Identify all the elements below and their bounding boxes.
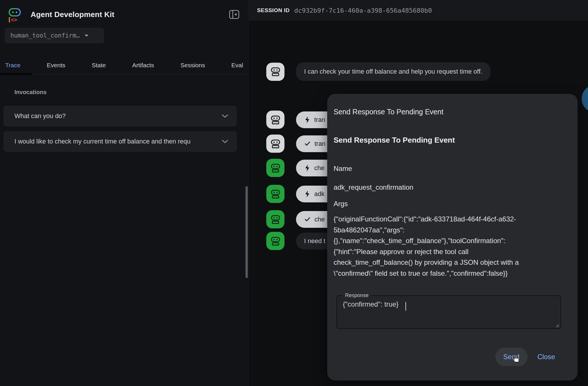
args-json: {"originalFunctionCall":{"id":"adk-63371… <box>334 214 565 279</box>
check-icon <box>305 141 310 146</box>
tab-eval[interactable]: Eval <box>231 62 243 69</box>
send-button[interactable]: Send <box>495 348 528 366</box>
bolt-icon <box>305 165 310 171</box>
dialog-actions: Send Close <box>495 348 563 366</box>
event-chip-label: tran <box>314 116 325 124</box>
event-chip-label: che <box>315 216 325 223</box>
bot-avatar <box>266 111 284 129</box>
bolt-icon <box>305 191 310 197</box>
close-button[interactable]: Close <box>529 348 563 366</box>
chevron-down-icon <box>222 140 228 143</box>
response-field: Response {"confirmed": true} <box>336 292 561 329</box>
robot-icon <box>270 236 281 246</box>
robot-icon <box>270 189 281 199</box>
invocation-item[interactable]: I would like to check my current time of… <box>3 131 237 152</box>
args-label: Args <box>334 200 348 208</box>
sidebar: [ <> Agent Development Kit human_tool_co… <box>0 0 248 386</box>
chat-bubble: I can check your time off balance and he… <box>296 62 490 81</box>
event-chip-label: adk <box>314 190 324 198</box>
invocations-heading: Invocations <box>14 89 46 96</box>
invocation-text: I would like to check my current time of… <box>14 138 222 145</box>
bot-avatar <box>266 232 284 250</box>
robot-icon <box>270 214 281 225</box>
args-json-line: {"hint":"Please approve or reject the to… <box>334 246 565 257</box>
dialog-title: Send Response To Pending Event <box>334 108 443 116</box>
bolt-icon <box>305 116 310 123</box>
session-id-value: dc932b9f-7c16-460a-a398-656a485680b0 <box>294 7 432 14</box>
bot-avatar <box>266 135 284 153</box>
event-chip-label: che <box>314 164 324 172</box>
agent-select-value: human_tool_confirm… <box>10 32 80 39</box>
sidebar-scrollbar[interactable] <box>245 186 248 278</box>
response-input[interactable]: {"confirmed": true} <box>337 297 561 327</box>
check-icon <box>305 217 310 221</box>
args-json-line: {},"name":"check_time_off_balance"},"too… <box>334 235 565 246</box>
adk-logo-icon: [ <> <box>7 7 23 22</box>
args-json-line: {"originalFunctionCall":{"id":"adk-63371… <box>334 214 565 225</box>
send-response-dialog: Send Response To Pending Event Send Resp… <box>327 94 578 381</box>
active-tab-indicator <box>0 73 32 75</box>
name-label: Name <box>334 165 352 173</box>
robot-icon <box>270 66 281 77</box>
tab-events[interactable]: Events <box>47 62 65 69</box>
text-cursor <box>405 302 406 311</box>
collapse-panel-icon[interactable] <box>228 9 240 20</box>
dialog-subtitle: Send Response To Pending Event <box>334 136 455 145</box>
sidebar-header: [ <> Agent Development Kit <box>7 6 242 23</box>
chat-message-row: I can check your time off balance and he… <box>266 62 490 81</box>
mouse-pointer-icon <box>512 354 520 364</box>
tab-state[interactable]: State <box>92 62 106 69</box>
bot-avatar <box>266 63 284 81</box>
tab-artifacts[interactable]: Artifacts <box>132 62 154 69</box>
session-id-label: SESSION ID <box>257 7 290 14</box>
tab-trace[interactable]: Trace <box>5 62 21 69</box>
bot-avatar <box>266 159 284 177</box>
args-json-line: \"confirmed\" field set to true or false… <box>334 268 565 279</box>
agent-select-dropdown[interactable]: human_tool_confirm… <box>5 28 104 43</box>
app-title: Agent Development Kit <box>31 10 114 19</box>
invocation-item[interactable]: What can you do? <box>3 106 237 126</box>
robot-icon <box>270 115 281 125</box>
tab-sessions[interactable]: Sessions <box>181 62 205 69</box>
robot-icon <box>270 139 281 149</box>
bot-avatar <box>266 185 284 203</box>
chevron-down-icon <box>84 34 89 37</box>
session-header: SESSION ID dc932b9f-7c16-460a-a398-656a4… <box>249 0 588 21</box>
name-value: adk_request_confirmation <box>334 183 413 191</box>
tab-bar: Trace Events State Artifacts Sessions Ev… <box>0 56 248 74</box>
event-chip-label: tran <box>315 140 325 148</box>
chevron-down-icon <box>222 114 228 118</box>
bot-avatar <box>266 210 284 228</box>
robot-icon <box>270 163 281 173</box>
resize-handle-icon[interactable] <box>555 323 559 327</box>
args-json-line: 5ba4862047aa","args": <box>334 225 565 236</box>
args-json-line: check_time_off_balance() by providing a … <box>334 257 565 268</box>
invocation-text: What can you do? <box>14 112 222 120</box>
svg-text:<>: <> <box>11 16 17 22</box>
